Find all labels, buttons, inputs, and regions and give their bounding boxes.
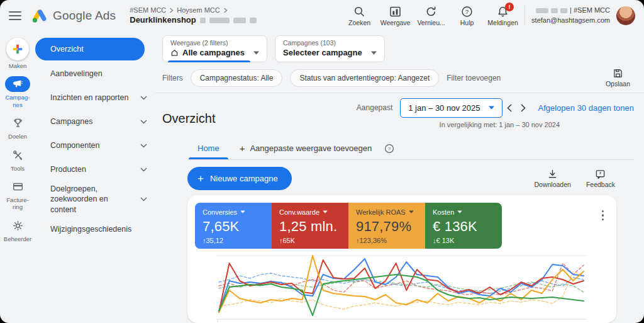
chevron-down-icon [140, 120, 147, 124]
nav-menu: Overzicht Aanbevelingen Inzichten en rap… [35, 30, 155, 323]
chevron-down-icon [140, 144, 147, 148]
save-icon [613, 68, 623, 79]
scorecard-delta: ↑35,12 [203, 237, 264, 244]
save-button[interactable]: Opslaan [606, 68, 630, 88]
scorecard-conversies[interactable]: Conversies 7,65K ↑35,12 [195, 203, 272, 249]
redacted-block [209, 18, 230, 23]
main-content: Weergave (2 filters) Alle campagnes Camp… [155, 30, 644, 323]
refresh-button[interactable]: Vernieu... [413, 6, 449, 26]
caret-down-icon [489, 106, 494, 110]
scorecard-kosten[interactable]: Kosten € 136K ↓€ 13K [425, 203, 502, 249]
rail-item-doelen[interactable]: Doelen [0, 115, 35, 140]
tab-home[interactable]: Home [187, 139, 230, 159]
notifications-button[interactable]: ! Meldingen [485, 6, 521, 26]
view-button[interactable]: Weergave [377, 6, 413, 26]
date-next-button[interactable] [516, 104, 530, 112]
rail-label: Facture-ring [2, 196, 33, 211]
redacted-block [551, 8, 558, 13]
tab-label: Aangepaste weergave toevoegen [250, 144, 372, 153]
selectors-row: Weergave (2 filters) Alle campagnes Camp… [162, 35, 634, 62]
search-label: Zoeken [341, 19, 377, 26]
search-button[interactable]: Zoeken [341, 6, 377, 26]
tab-label: Home [197, 144, 219, 153]
menu-item-producten[interactable]: Producten [35, 157, 155, 181]
google-ads-logo[interactable]: Google Ads [31, 8, 116, 24]
menu-item-overzicht[interactable]: Overzicht [35, 38, 145, 60]
caret-down-icon [371, 51, 377, 55]
scorecard-conv-waarde[interactable]: Conv.waarde 1,25 mln. ↑65K [272, 203, 348, 249]
account-info[interactable]: | #SEM MCC stefan@hashtagsem.com [531, 6, 610, 26]
menu-label: Campagnes [50, 117, 92, 126]
menu-item-doelgroepen[interactable]: Doelgroepen, zoekwoorden en content [35, 181, 155, 217]
search-icon [353, 6, 365, 18]
home-icon [170, 48, 179, 57]
menu-item-campagnes[interactable]: Campagnes [35, 110, 155, 133]
new-campaign-button[interactable]: + Nieuwe campagne [187, 167, 292, 190]
performance-chart[interactable]: 30 dec 2024 24 nov 2025 [216, 254, 586, 323]
campaign-selector[interactable]: Campagnes (103) Selecteer campagne [275, 35, 385, 62]
account-email: stefan@hashtagsem.com [531, 16, 610, 26]
download-button[interactable]: Downloaden [534, 169, 570, 188]
content-divider [155, 93, 644, 93]
show-last-30-days-link[interactable]: Afgelopen 30 dagen tonen [538, 103, 634, 113]
chart-canvas [216, 254, 586, 323]
rail-item-maken[interactable]: Maken [0, 38, 35, 69]
redacted-block [200, 18, 206, 23]
rail-label: Beheerder [2, 235, 33, 242]
redacted-block [536, 8, 548, 13]
date-prev-button[interactable] [502, 104, 516, 112]
columns-icon [389, 6, 401, 18]
redacted-block [233, 18, 246, 23]
save-label: Opslaan [606, 80, 630, 88]
compare-period-text: In vergelijking met: 1 jan – 30 nov 2024 [440, 121, 560, 128]
breadcrumb-level2[interactable]: Hoysem MCC [177, 6, 219, 14]
refresh-label: Vernieu... [413, 19, 449, 26]
filter-chip-campagnestatus[interactable]: Campagnestatus: Alle [191, 69, 283, 87]
avatar[interactable] [616, 6, 635, 25]
rail-label: Tools [2, 165, 33, 172]
campaign-selector-label: Campagnes (103) [283, 39, 377, 47]
rail-label: Campag-nes [2, 94, 33, 108]
trophy-icon [13, 118, 23, 128]
plus-icon: + [197, 173, 204, 184]
menu-item-componenten[interactable]: Componenten [35, 133, 155, 157]
download-label: Downloaden [534, 181, 570, 188]
menu-item-inzichten-en-rapporten[interactable]: Inzichten en rapporten [35, 86, 155, 110]
feedback-button[interactable]: Feedback [586, 169, 615, 188]
download-icon [547, 169, 558, 179]
svg-text:?: ? [465, 8, 469, 15]
view-selector-label: Weergave (2 filters) [170, 39, 259, 47]
redacted-block [560, 8, 567, 13]
scorecard-label: Kosten [433, 208, 454, 216]
rail-item-tools[interactable]: Tools [0, 147, 35, 172]
scorecard-value: 917,79% [356, 218, 418, 235]
card-menu-kebab-icon[interactable] [599, 208, 607, 224]
menu-item-wijzigingsgeschiedenis[interactable]: Wijzigingsgeschiedenis [35, 217, 155, 241]
megaphone-icon [13, 79, 23, 89]
menu-item-aanbevelingen[interactable]: Aanbevelingen [35, 62, 155, 86]
filter-chip-advertentiegroep[interactable]: Status van advertentiegroep: Aangezet [290, 69, 439, 87]
date-range-picker[interactable]: 1 jan – 30 nov 2025 [400, 98, 502, 118]
tab-add-custom-view[interactable]: + Aangepaste weergave toevoegen [230, 139, 382, 159]
rail-item-facturering[interactable]: Facture-ring [0, 179, 35, 211]
tabs-help-button[interactable]: ? [384, 144, 394, 154]
redacted-block [250, 18, 257, 23]
breadcrumb-level1[interactable]: #SEM MCC [130, 6, 166, 14]
chevron-right-icon [521, 104, 526, 112]
billing-icon [13, 181, 23, 192]
account-name[interactable]: Deurklinkenshop [130, 15, 196, 26]
add-filter-button[interactable]: Filter toevoegen [447, 74, 501, 82]
view-selector[interactable]: Weergave (2 filters) Alle campagnes [162, 35, 267, 62]
help-button[interactable]: ? Hulp [449, 6, 485, 26]
rail-label: Maken [2, 62, 33, 69]
help-label: Hulp [449, 19, 485, 26]
tools-icon [13, 150, 23, 161]
feedback-label: Feedback [586, 181, 615, 188]
rail-item-campagnes[interactable]: Campag-nes [0, 76, 35, 108]
menu-hamburger-icon[interactable] [9, 11, 21, 20]
scorecard-delta: ↑65K [279, 237, 341, 244]
notification-badge: ! [505, 3, 514, 11]
date-mode-label: Aangepast [357, 103, 392, 112]
rail-item-beheerder[interactable]: Beheerder [0, 218, 35, 242]
scorecard-werkelijk-roas[interactable]: Werkelijk ROAS 917,79% ↑123,36% [348, 203, 425, 249]
